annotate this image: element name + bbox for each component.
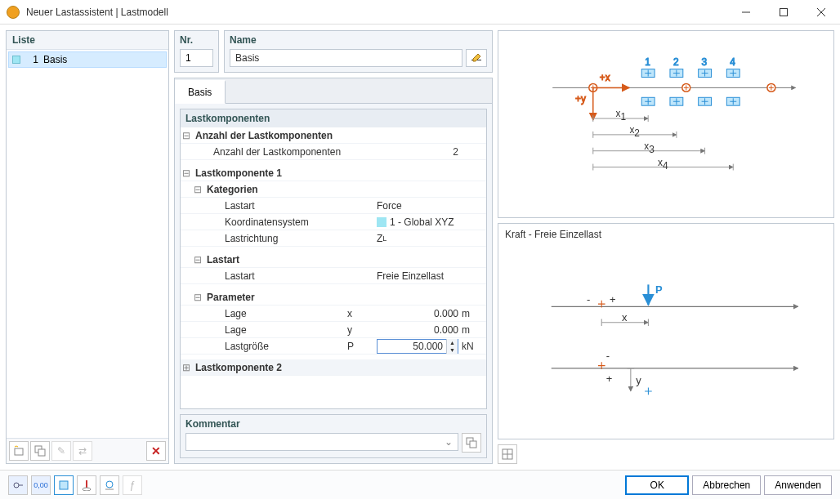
name-label: Name bbox=[230, 34, 487, 46]
count-label: Anzahl der Lastkomponenten bbox=[210, 146, 347, 158]
svg-text:-: - bbox=[587, 293, 590, 306]
comment-box: Kommentar ⌄ bbox=[180, 414, 487, 458]
svg-text:x2: x2 bbox=[629, 124, 640, 139]
ok-button[interactable]: OK bbox=[625, 475, 689, 495]
tree-row[interactable]: ⊟ Parameter bbox=[181, 289, 486, 306]
globe-icon bbox=[104, 479, 115, 491]
number-box: Nr. 1 bbox=[174, 30, 219, 73]
tree-row[interactable]: Lastgröße P 50.000 ▲▼ kN bbox=[181, 338, 486, 355]
tree-row[interactable]: ⊟ Anzahl der Lastkomponenten bbox=[181, 127, 486, 144]
comment-label: Kommentar bbox=[185, 418, 481, 430]
svg-text:+: + bbox=[610, 293, 616, 306]
maximize-button[interactable] bbox=[765, 0, 802, 25]
lage-y-value[interactable]: 0.000 bbox=[377, 324, 462, 336]
tree-row[interactable]: ⊞ Lastkomponente 2 bbox=[181, 359, 486, 376]
tree-row[interactable]: ⊟ Lastart bbox=[181, 252, 486, 268]
svg-text:y: y bbox=[636, 374, 641, 386]
diagram-top: +x +y 1 2 3 4 bbox=[498, 30, 834, 218]
comment-select[interactable]: ⌄ bbox=[185, 433, 458, 451]
direction-value[interactable]: ZL bbox=[377, 233, 462, 244]
number-value[interactable]: 1 bbox=[180, 49, 213, 67]
lastart2-value[interactable]: Freie Einzellast bbox=[377, 270, 462, 282]
new-item-button[interactable] bbox=[9, 441, 29, 461]
list-body[interactable]: 1 Basis bbox=[7, 50, 168, 438]
apply-button[interactable]: Anwenden bbox=[764, 475, 832, 495]
tree-row[interactable]: ⊟ Kategorien bbox=[181, 181, 486, 198]
svg-rect-6 bbox=[38, 449, 45, 456]
lastart-value[interactable]: Force bbox=[377, 200, 462, 212]
lage-x-symbol: x bbox=[347, 308, 377, 319]
list-item[interactable]: 1 Basis bbox=[8, 51, 167, 68]
footer-tool-3[interactable] bbox=[54, 475, 74, 495]
diagram-bottom: Kraft - Freie Einzellast - + P x bbox=[498, 223, 834, 439]
item-label: Basis bbox=[43, 54, 67, 65]
lastart2-label: Lastart bbox=[221, 270, 347, 282]
svg-rect-1 bbox=[780, 8, 788, 16]
table-icon bbox=[502, 448, 513, 460]
coord-value[interactable]: 1 - Global XYZ bbox=[377, 216, 462, 228]
property-tree[interactable]: Lastkomponenten ⊟ Anzahl der Lastkompone… bbox=[180, 109, 487, 409]
footer-tool-4[interactable] bbox=[77, 475, 96, 495]
close-button[interactable] bbox=[802, 0, 840, 25]
count-value[interactable]: 2 bbox=[377, 146, 462, 158]
name-box: Name Basis bbox=[224, 30, 493, 73]
list-header: Liste bbox=[7, 31, 168, 50]
footer-tool-6[interactable]: ƒ bbox=[123, 475, 142, 495]
copy-item-button[interactable] bbox=[30, 441, 50, 461]
item-color-icon bbox=[12, 56, 20, 64]
tree-row[interactable]: Lage x 0.000 m bbox=[181, 306, 486, 322]
tree-row[interactable]: Lage y 0.000 m bbox=[181, 322, 486, 338]
tool-a-button[interactable]: ✎ bbox=[51, 441, 71, 461]
footer-tool-1[interactable] bbox=[8, 475, 28, 495]
spinner-arrows-icon[interactable]: ▲▼ bbox=[446, 339, 458, 354]
tree-row[interactable]: ⊟ Lastkomponente 1 bbox=[181, 165, 486, 181]
count-group-label: Anzahl der Lastkomponenten bbox=[192, 130, 347, 141]
title-bar: Neuer Lastassistent | Lastmodell bbox=[0, 0, 840, 25]
tab-bar: Basis bbox=[175, 78, 492, 104]
component1-label: Lastkomponente 1 bbox=[192, 167, 347, 179]
edit-name-button[interactable] bbox=[466, 49, 487, 67]
list-toolbar: ✎ ⇄ ✕ bbox=[7, 438, 168, 463]
lastgroesse-value[interactable]: 50.000 ▲▼ bbox=[377, 339, 462, 354]
lage-x-value[interactable]: 0.000 bbox=[377, 308, 462, 319]
window-title: Neuer Lastassistent | Lastmodell bbox=[26, 7, 727, 18]
diagram-subtitle: Kraft - Freie Einzellast bbox=[498, 224, 833, 245]
key-icon bbox=[12, 479, 24, 491]
lage-x-label: Lage bbox=[221, 308, 347, 319]
tree-row[interactable]: Koordinatensystem 1 - Global XYZ bbox=[181, 214, 486, 230]
svg-rect-9 bbox=[470, 441, 476, 448]
svg-text:+x: +x bbox=[600, 72, 610, 83]
tree-row[interactable]: Lastart Force bbox=[181, 198, 486, 214]
tab-basis[interactable]: Basis bbox=[175, 80, 226, 104]
tabs-area: Basis Lastkomponenten ⊟ Anzahl der Lastk… bbox=[174, 78, 493, 464]
list-panel: Liste 1 Basis ✎ ⇄ ✕ bbox=[6, 30, 169, 464]
dimensions-button[interactable] bbox=[498, 444, 517, 464]
lage-y-label: Lage bbox=[221, 324, 347, 336]
lastart-label: Lastart bbox=[221, 200, 347, 212]
lage-y-unit: m bbox=[462, 324, 481, 336]
delete-item-button[interactable]: ✕ bbox=[146, 441, 166, 461]
parameter-label: Parameter bbox=[203, 292, 347, 303]
footer-bar: 0,00 ƒ OK Abbrechen Anwenden bbox=[0, 470, 840, 499]
footer-tool-5[interactable] bbox=[100, 475, 119, 495]
comment-library-button[interactable] bbox=[462, 433, 481, 453]
coord-label: Koordinatensystem bbox=[221, 216, 347, 228]
name-input[interactable]: Basis bbox=[230, 49, 462, 67]
footer-tool-2[interactable]: 0,00 bbox=[31, 475, 51, 495]
svg-text:+y: +y bbox=[575, 93, 586, 105]
svg-text:2: 2 bbox=[673, 56, 679, 68]
item-number: 1 bbox=[25, 54, 38, 65]
right-toolbar bbox=[498, 444, 834, 464]
tree-row[interactable]: Lastrichtung ZL bbox=[181, 230, 486, 247]
minimize-button[interactable] bbox=[727, 0, 765, 25]
lage-x-unit: m bbox=[462, 308, 481, 319]
svg-text:+: + bbox=[606, 372, 613, 385]
lage-y-symbol: y bbox=[347, 324, 377, 336]
cancel-button[interactable]: Abbrechen bbox=[692, 475, 761, 495]
svg-rect-4 bbox=[15, 448, 23, 455]
tree-row[interactable]: Lastart Freie Einzellast bbox=[181, 268, 486, 284]
direction-label: Lastrichtung bbox=[221, 233, 347, 244]
svg-text:-: - bbox=[606, 350, 610, 362]
tool-b-button[interactable]: ⇄ bbox=[73, 441, 92, 461]
tree-row[interactable]: Anzahl der Lastkomponenten 2 bbox=[181, 144, 486, 160]
